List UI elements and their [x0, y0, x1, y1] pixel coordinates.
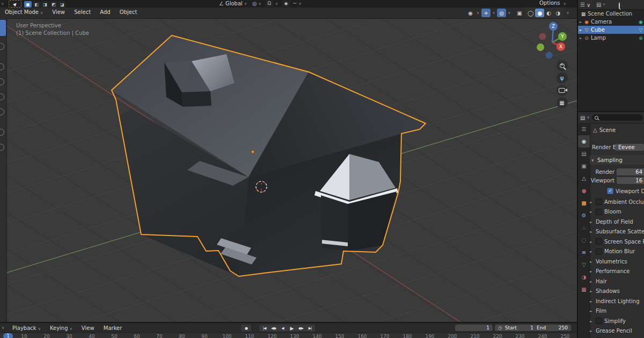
menu-select[interactable]: Select — [70, 8, 94, 17]
toolbar-left[interactable] — [0, 18, 7, 322]
shading-rendered-button[interactable]: ◑ — [553, 9, 562, 17]
annotate-tool-partial-icon[interactable] — [0, 129, 4, 136]
pan-button[interactable]: ψ — [557, 72, 568, 84]
display-mode-icon[interactable]: ▤ — [596, 2, 601, 8]
section-indirect-lighting[interactable]: ►Indirect Lighting — [590, 296, 644, 306]
viewport-samples-field[interactable]: 16 — [617, 177, 644, 184]
measure-tool-partial-icon[interactable] — [0, 144, 4, 151]
menu-view[interactable]: View — [48, 8, 69, 17]
menu-add[interactable]: Add — [96, 8, 114, 17]
search-icon[interactable] — [619, 2, 620, 9]
marker-menu[interactable]: Marker — [100, 324, 126, 333]
tab-output[interactable]: ▤ — [578, 148, 590, 160]
filter-icon[interactable]: ☰ — [580, 2, 585, 8]
next-keyframe-button[interactable]: ◆▶ — [297, 325, 305, 331]
tab-texture[interactable]: ▦ — [578, 283, 590, 296]
section-subsurface-scattering[interactable]: ►Subsurface Scattering — [590, 227, 644, 237]
snap-toggle-button[interactable]: Ω — [266, 1, 273, 7]
xray-toggle-button[interactable]: ▣ — [515, 9, 524, 17]
house-model[interactable] — [112, 35, 426, 276]
transform-orientation-dropdown[interactable]: Global — [225, 1, 243, 6]
tab-particles[interactable]: ∴ — [578, 222, 590, 234]
mode-dropdown[interactable]: Object Mode∨ — [1, 8, 47, 17]
expand-icon[interactable]: ► — [578, 28, 583, 32]
section-hair[interactable]: ►Hair — [590, 276, 644, 286]
camera-data-icon[interactable]: ◉ — [636, 19, 644, 25]
camera-view-button[interactable] — [557, 85, 568, 96]
section-checkbox[interactable] — [596, 209, 602, 215]
tab-tool[interactable]: ☰ — [578, 123, 590, 135]
denoising-checkbox[interactable]: ✓ — [607, 188, 613, 194]
transform-tool-partial-icon[interactable] — [0, 108, 4, 115]
section-simplify[interactable]: ►Simplify — [590, 316, 644, 326]
rotate-tool-partial-icon[interactable] — [0, 78, 4, 85]
section-freestyle[interactable]: ►Freestyle — [590, 336, 644, 338]
section-grease-pencil[interactable]: ►Grease Pencil — [590, 326, 644, 336]
frame-end-field[interactable]: End250 — [533, 325, 571, 331]
tab-world[interactable]: ● — [578, 185, 590, 197]
section-depth-of-field[interactable]: ►Depth of Field — [590, 217, 644, 227]
options-dropdown[interactable]: Options — [539, 0, 560, 6]
expand-icon[interactable]: ► — [578, 36, 583, 40]
outliner-item-cube[interactable]: ► ▽ Cube ▽ — [578, 26, 644, 34]
cursor-tool-partial-icon[interactable] — [0, 43, 4, 50]
shading-material-button[interactable]: ◐ — [544, 9, 553, 17]
jump-to-start-button[interactable]: |◀ — [260, 325, 268, 331]
section-motion-blur[interactable]: ►Motion Blur — [590, 247, 644, 257]
light-data-icon[interactable]: ⊕ — [636, 35, 644, 41]
frame-start-field[interactable]: ◷ Start1 — [495, 325, 537, 331]
scale-tool-partial-icon[interactable] — [0, 93, 4, 100]
section-film[interactable]: ►Film — [590, 306, 644, 317]
visibility-dropdown-button[interactable]: ◉ — [466, 9, 475, 17]
menu-object[interactable]: Object — [116, 8, 141, 17]
viewport-3d[interactable]: User Perspective (1) Scene Collection | … — [6, 18, 577, 322]
active-tool-highlight[interactable] — [0, 20, 6, 36]
perspective-toggle-button[interactable]: ▦ — [557, 97, 568, 108]
engine-dropdown[interactable]: Eevee — [616, 144, 644, 151]
tab-object[interactable]: ■ — [578, 197, 590, 209]
falloff-icon[interactable]: ~ — [292, 1, 297, 6]
section-bloom[interactable]: ►Bloom — [590, 207, 644, 217]
collapse-chevron-icon[interactable]: ∨ — [1, 2, 4, 6]
pivot-point-dropdown[interactable]: ◎ — [252, 1, 257, 6]
section-checkbox[interactable] — [596, 238, 602, 245]
select-mode-new-button[interactable]: ▣ — [24, 1, 32, 8]
tab-render[interactable]: ◉ — [578, 135, 590, 148]
current-frame-indicator[interactable]: 1 — [3, 333, 13, 338]
section-shadows[interactable]: ►Shadows — [590, 286, 644, 297]
previous-frame-button[interactable]: ◀ — [279, 325, 287, 331]
tab-object-data[interactable]: ▽ — [578, 259, 590, 271]
outliner-item-lamp[interactable]: ► ⊙ Lamp ⊕ — [578, 34, 644, 42]
playback-menu[interactable]: Playback∨ — [9, 324, 45, 333]
expand-icon[interactable]: ► — [578, 20, 583, 24]
editor-type-chevron-icon[interactable]: ∨ — [2, 326, 4, 330]
shading-wireframe-button[interactable]: ◯ — [526, 9, 535, 17]
proportional-edit-button[interactable]: ◉ — [282, 1, 290, 7]
view-menu[interactable]: View — [78, 324, 98, 333]
tab-scene[interactable]: △ — [578, 172, 590, 185]
editor-type-icon[interactable]: ▤ — [580, 115, 585, 121]
timeline-ruler[interactable]: 1 10 20 30 40 50 60 70 80 90 100 110 120… — [0, 332, 577, 338]
mesh-data-icon[interactable]: ▽ — [636, 27, 644, 33]
outliner-scene-collection[interactable]: ▦ Scene Collection — [578, 10, 644, 18]
select-mode-intersect-button[interactable]: ◪ — [58, 1, 66, 8]
current-frame-field[interactable]: 1 — [455, 325, 493, 331]
section-volumetrics[interactable]: ►Volumetrics — [590, 256, 644, 267]
tab-material[interactable]: ◑ — [578, 271, 590, 283]
gizmo-toggle-button[interactable]: + — [481, 9, 491, 17]
zoom-button[interactable] — [557, 60, 568, 71]
tab-view-layer[interactable]: ▣ — [578, 160, 590, 172]
auto-keying-button[interactable]: ● — [242, 325, 250, 331]
section-checkbox[interactable] — [596, 248, 602, 255]
jump-to-end-button[interactable]: ▶| — [306, 325, 314, 331]
render-samples-field[interactable]: 64 — [617, 168, 644, 175]
keying-menu[interactable]: Keying∨ — [46, 324, 76, 333]
tab-physics[interactable]: ◌ — [578, 234, 590, 246]
previous-keyframe-button[interactable]: ◀◆ — [269, 325, 277, 331]
shading-solid-button[interactable]: ● — [535, 9, 544, 17]
select-mode-invert-button[interactable]: ◩ — [50, 1, 57, 8]
section-checkbox[interactable] — [596, 318, 602, 324]
section-checkbox[interactable] — [596, 199, 602, 205]
play-button[interactable]: ▶ — [288, 325, 296, 331]
navigation-gizmo[interactable]: Z Y X — [535, 20, 569, 62]
